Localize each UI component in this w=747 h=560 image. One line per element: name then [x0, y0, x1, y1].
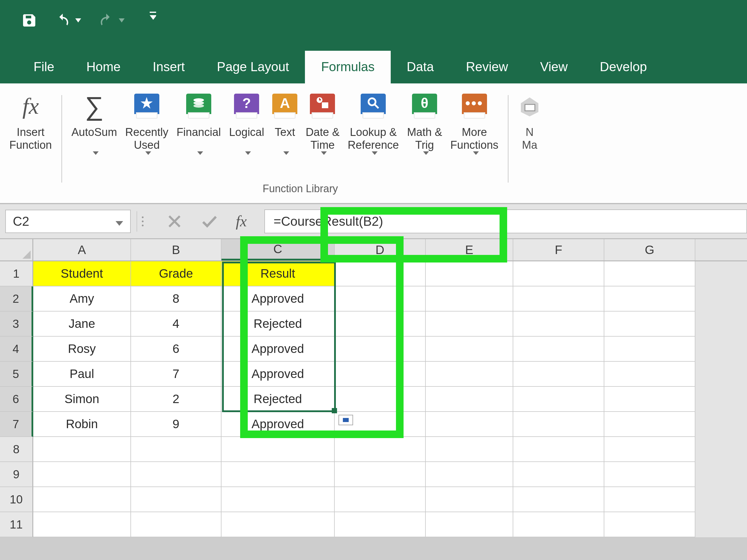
cell-B9[interactable]: [131, 462, 222, 487]
cell-G11[interactable]: [604, 512, 695, 537]
enter-formula-button[interactable]: [201, 213, 218, 230]
cell-D8[interactable]: [335, 437, 426, 462]
cell-B4[interactable]: 6: [131, 337, 222, 362]
cell-F8[interactable]: [513, 437, 604, 462]
cell-B8[interactable]: [131, 437, 222, 462]
financial-button[interactable]: Financial: [173, 89, 225, 155]
logical-button[interactable]: ? Logical: [225, 89, 268, 155]
cell-D11[interactable]: [335, 512, 426, 537]
cell-A11[interactable]: [33, 512, 131, 537]
cell-G1[interactable]: [604, 261, 695, 287]
tab-insert[interactable]: Insert: [136, 51, 201, 83]
cell-G6[interactable]: [604, 387, 695, 412]
cell-E11[interactable]: [426, 512, 513, 537]
cell-D5[interactable]: [335, 362, 426, 387]
cell-D4[interactable]: [335, 337, 426, 362]
tab-review[interactable]: Review: [450, 51, 524, 83]
cell-B11[interactable]: [131, 512, 222, 537]
cell-A3[interactable]: Jane: [33, 312, 131, 337]
cell-C1[interactable]: Result: [222, 261, 335, 287]
cell-A9[interactable]: [33, 462, 131, 487]
column-header-F[interactable]: F: [513, 239, 604, 261]
name-manager-button[interactable]: N Ma: [514, 89, 545, 155]
undo-dropdown[interactable]: [75, 18, 81, 23]
cell-A10[interactable]: [33, 487, 131, 512]
cell-F1[interactable]: [513, 261, 604, 287]
cell-E9[interactable]: [426, 462, 513, 487]
tab-formulas[interactable]: Formulas: [305, 51, 390, 83]
cell-B10[interactable]: [131, 487, 222, 512]
cell-F5[interactable]: [513, 362, 604, 387]
save-button[interactable]: [20, 12, 38, 29]
name-box-resize-handle[interactable]: [136, 211, 148, 232]
cell-G10[interactable]: [604, 487, 695, 512]
row-header-1[interactable]: 1: [0, 261, 33, 287]
cell-D10[interactable]: [335, 487, 426, 512]
row-header-9[interactable]: 9: [0, 462, 33, 487]
row-header-11[interactable]: 11: [0, 512, 33, 537]
cell-E2[interactable]: [426, 287, 513, 312]
cell-B7[interactable]: 9: [131, 412, 222, 437]
cell-F11[interactable]: [513, 512, 604, 537]
name-box[interactable]: C2: [5, 210, 131, 233]
cell-C11[interactable]: [222, 512, 335, 537]
worksheet-grid[interactable]: A B C D E F G 1 Student Grade Result 2 A…: [0, 239, 747, 537]
cell-F10[interactable]: [513, 487, 604, 512]
text-button[interactable]: A Text: [268, 89, 302, 155]
cell-E7[interactable]: [426, 412, 513, 437]
cell-A2[interactable]: Amy: [33, 287, 131, 312]
cell-C4[interactable]: Approved: [222, 337, 335, 362]
autofill-options-button[interactable]: [338, 415, 353, 425]
cell-F7[interactable]: [513, 412, 604, 437]
tab-data[interactable]: Data: [391, 51, 450, 83]
column-header-A[interactable]: A: [33, 239, 131, 261]
cell-E1[interactable]: [426, 261, 513, 287]
cell-G3[interactable]: [604, 312, 695, 337]
cell-G5[interactable]: [604, 362, 695, 387]
cell-G7[interactable]: [604, 412, 695, 437]
row-header-4[interactable]: 4: [0, 337, 33, 362]
cell-A6[interactable]: Simon: [33, 387, 131, 412]
cell-E3[interactable]: [426, 312, 513, 337]
column-header-B[interactable]: B: [131, 239, 222, 261]
tab-view[interactable]: View: [524, 51, 584, 83]
row-header-6[interactable]: 6: [0, 387, 33, 412]
more-functions-button[interactable]: ••• More Functions: [446, 89, 503, 155]
cell-B3[interactable]: 4: [131, 312, 222, 337]
cell-D6[interactable]: [335, 387, 426, 412]
cell-F2[interactable]: [513, 287, 604, 312]
cell-C2[interactable]: Approved: [222, 287, 335, 312]
cell-B2[interactable]: 8: [131, 287, 222, 312]
cell-B5[interactable]: 7: [131, 362, 222, 387]
formula-bar[interactable]: =CourseResult(B2): [264, 209, 747, 233]
cell-A5[interactable]: Paul: [33, 362, 131, 387]
column-header-D[interactable]: D: [335, 239, 426, 261]
cell-E8[interactable]: [426, 437, 513, 462]
cell-E10[interactable]: [426, 487, 513, 512]
cell-A7[interactable]: Robin: [33, 412, 131, 437]
undo-button[interactable]: [54, 12, 72, 29]
cell-D2[interactable]: [335, 287, 426, 312]
row-header-5[interactable]: 5: [0, 362, 33, 387]
redo-button[interactable]: [98, 12, 115, 29]
row-header-3[interactable]: 3: [0, 312, 33, 337]
cell-C6[interactable]: Rejected: [222, 387, 335, 412]
cell-C7[interactable]: Approved: [222, 412, 335, 437]
cell-F3[interactable]: [513, 312, 604, 337]
cell-D3[interactable]: [335, 312, 426, 337]
date-time-button[interactable]: Date & Time: [302, 89, 343, 155]
column-header-G[interactable]: G: [604, 239, 695, 261]
cell-C5[interactable]: Approved: [222, 362, 335, 387]
row-header-7[interactable]: 7: [0, 412, 33, 437]
cell-G8[interactable]: [604, 437, 695, 462]
cell-C10[interactable]: [222, 487, 335, 512]
column-header-E[interactable]: E: [426, 239, 513, 261]
autosum-button[interactable]: ∑ AutoSum: [68, 89, 121, 155]
cell-A8[interactable]: [33, 437, 131, 462]
cancel-formula-button[interactable]: [166, 213, 183, 230]
fx-icon[interactable]: fx: [236, 213, 247, 230]
cell-C3[interactable]: Rejected: [222, 312, 335, 337]
math-trig-button[interactable]: θ Math & Trig: [403, 89, 446, 155]
customize-qat-button[interactable]: [150, 12, 156, 20]
cell-E4[interactable]: [426, 337, 513, 362]
